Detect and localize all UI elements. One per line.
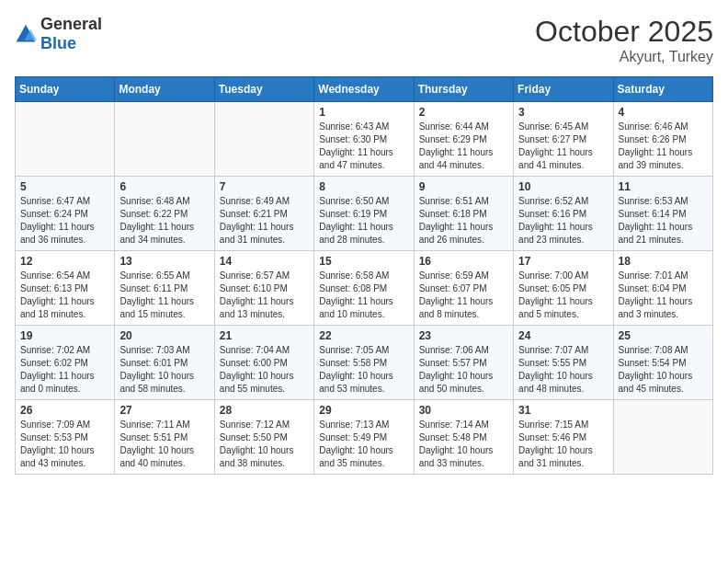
day-info: Sunrise: 6:58 AM Sunset: 6:08 PM Dayligh… [319, 270, 408, 321]
logo-icon [15, 23, 37, 45]
calendar-cell: 2Sunrise: 6:44 AM Sunset: 6:29 PM Daylig… [414, 102, 513, 177]
day-info: Sunrise: 6:57 AM Sunset: 6:10 PM Dayligh… [220, 270, 309, 321]
calendar-cell: 7Sunrise: 6:49 AM Sunset: 6:21 PM Daylig… [214, 177, 313, 251]
day-number: 12 [20, 255, 109, 268]
weekday-header-saturday: Saturday [613, 77, 712, 102]
day-info: Sunrise: 6:46 AM Sunset: 6:26 PM Dayligh… [619, 121, 708, 172]
calendar-week-row: 1Sunrise: 6:43 AM Sunset: 6:30 PM Daylig… [16, 102, 713, 177]
day-info: Sunrise: 6:54 AM Sunset: 6:13 PM Dayligh… [20, 270, 109, 321]
day-info: Sunrise: 7:06 AM Sunset: 5:57 PM Dayligh… [419, 344, 508, 396]
day-info: Sunrise: 7:12 AM Sunset: 5:50 PM Dayligh… [220, 419, 309, 470]
calendar-cell: 18Sunrise: 7:01 AM Sunset: 6:04 PM Dayli… [613, 251, 712, 326]
day-info: Sunrise: 7:09 AM Sunset: 5:53 PM Dayligh… [20, 419, 109, 470]
day-info: Sunrise: 7:07 AM Sunset: 5:55 PM Dayligh… [518, 344, 608, 396]
calendar-cell [115, 102, 214, 177]
day-info: Sunrise: 6:55 AM Sunset: 6:11 PM Dayligh… [119, 270, 209, 321]
weekday-header-monday: Monday [115, 77, 214, 102]
weekday-header-sunday: Sunday [16, 77, 115, 102]
calendar-cell: 17Sunrise: 7:00 AM Sunset: 6:05 PM Dayli… [514, 251, 613, 326]
day-number: 25 [619, 329, 708, 342]
logo-general-text: General [40, 15, 102, 33]
day-number: 8 [319, 180, 408, 193]
calendar-cell: 21Sunrise: 7:04 AM Sunset: 6:00 PM Dayli… [214, 326, 313, 400]
day-info: Sunrise: 6:44 AM Sunset: 6:29 PM Dayligh… [419, 121, 508, 172]
day-info: Sunrise: 7:15 AM Sunset: 5:46 PM Dayligh… [518, 419, 608, 470]
calendar-cell: 4Sunrise: 6:46 AM Sunset: 6:26 PM Daylig… [613, 102, 712, 177]
day-number: 26 [20, 404, 109, 417]
day-number: 22 [319, 329, 408, 342]
page-header: General Blue October 2025 Akyurt, Turkey [15, 15, 713, 65]
logo-blue-text: Blue [40, 34, 76, 52]
calendar-cell: 26Sunrise: 7:09 AM Sunset: 5:53 PM Dayli… [16, 400, 115, 475]
calendar-cell: 8Sunrise: 6:50 AM Sunset: 6:19 PM Daylig… [314, 177, 414, 251]
weekday-header-tuesday: Tuesday [214, 77, 313, 102]
calendar-week-row: 19Sunrise: 7:02 AM Sunset: 6:02 PM Dayli… [16, 326, 713, 400]
calendar-cell: 14Sunrise: 6:57 AM Sunset: 6:10 PM Dayli… [214, 251, 313, 326]
day-info: Sunrise: 6:45 AM Sunset: 6:27 PM Dayligh… [518, 121, 608, 172]
calendar-cell: 27Sunrise: 7:11 AM Sunset: 5:51 PM Dayli… [115, 400, 214, 475]
day-number: 31 [518, 404, 608, 417]
month-title: October 2025 [535, 15, 713, 49]
calendar-week-row: 12Sunrise: 6:54 AM Sunset: 6:13 PM Dayli… [16, 251, 713, 326]
calendar-cell: 11Sunrise: 6:53 AM Sunset: 6:14 PM Dayli… [613, 177, 712, 251]
weekday-header-thursday: Thursday [414, 77, 513, 102]
calendar-week-row: 26Sunrise: 7:09 AM Sunset: 5:53 PM Dayli… [16, 400, 713, 475]
day-number: 3 [518, 106, 608, 119]
calendar-cell: 5Sunrise: 6:47 AM Sunset: 6:24 PM Daylig… [16, 177, 115, 251]
logo: General Blue [15, 15, 102, 53]
calendar-cell: 31Sunrise: 7:15 AM Sunset: 5:46 PM Dayli… [514, 400, 613, 475]
calendar-cell: 19Sunrise: 7:02 AM Sunset: 6:02 PM Dayli… [16, 326, 115, 400]
calendar-cell: 29Sunrise: 7:13 AM Sunset: 5:49 PM Dayli… [314, 400, 414, 475]
day-number: 16 [419, 255, 508, 268]
day-number: 19 [20, 329, 109, 342]
day-info: Sunrise: 7:11 AM Sunset: 5:51 PM Dayligh… [119, 419, 209, 470]
day-info: Sunrise: 7:05 AM Sunset: 5:58 PM Dayligh… [319, 344, 408, 396]
day-info: Sunrise: 6:43 AM Sunset: 6:30 PM Dayligh… [319, 121, 408, 172]
day-info: Sunrise: 6:48 AM Sunset: 6:22 PM Dayligh… [119, 195, 209, 247]
calendar-cell: 30Sunrise: 7:14 AM Sunset: 5:48 PM Dayli… [414, 400, 513, 475]
day-info: Sunrise: 6:47 AM Sunset: 6:24 PM Dayligh… [20, 195, 109, 247]
calendar-cell: 24Sunrise: 7:07 AM Sunset: 5:55 PM Dayli… [514, 326, 613, 400]
location-title: Akyurt, Turkey [535, 49, 713, 65]
day-number: 2 [419, 106, 508, 119]
calendar-cell: 12Sunrise: 6:54 AM Sunset: 6:13 PM Dayli… [16, 251, 115, 326]
day-number: 23 [419, 329, 508, 342]
calendar-cell: 28Sunrise: 7:12 AM Sunset: 5:50 PM Dayli… [214, 400, 313, 475]
day-number: 11 [619, 180, 708, 193]
calendar-cell: 23Sunrise: 7:06 AM Sunset: 5:57 PM Dayli… [414, 326, 513, 400]
day-number: 7 [220, 180, 309, 193]
day-number: 24 [518, 329, 608, 342]
day-number: 15 [319, 255, 408, 268]
day-number: 6 [119, 180, 209, 193]
weekday-header-wednesday: Wednesday [314, 77, 414, 102]
calendar-cell: 13Sunrise: 6:55 AM Sunset: 6:11 PM Dayli… [115, 251, 214, 326]
calendar-cell [613, 400, 712, 475]
day-info: Sunrise: 7:01 AM Sunset: 6:04 PM Dayligh… [619, 270, 708, 321]
day-number: 5 [20, 180, 109, 193]
day-info: Sunrise: 7:03 AM Sunset: 6:01 PM Dayligh… [119, 344, 209, 396]
calendar-cell: 9Sunrise: 6:51 AM Sunset: 6:18 PM Daylig… [414, 177, 513, 251]
day-number: 27 [119, 404, 209, 417]
calendar-cell [214, 102, 313, 177]
day-info: Sunrise: 7:14 AM Sunset: 5:48 PM Dayligh… [419, 419, 508, 470]
calendar-cell [16, 102, 115, 177]
day-info: Sunrise: 7:13 AM Sunset: 5:49 PM Dayligh… [319, 419, 408, 470]
day-number: 30 [419, 404, 508, 417]
day-info: Sunrise: 7:08 AM Sunset: 5:54 PM Dayligh… [619, 344, 708, 396]
calendar-week-row: 5Sunrise: 6:47 AM Sunset: 6:24 PM Daylig… [16, 177, 713, 251]
day-number: 14 [220, 255, 309, 268]
calendar-cell: 16Sunrise: 6:59 AM Sunset: 6:07 PM Dayli… [414, 251, 513, 326]
day-number: 29 [319, 404, 408, 417]
calendar-cell: 25Sunrise: 7:08 AM Sunset: 5:54 PM Dayli… [613, 326, 712, 400]
calendar-cell: 3Sunrise: 6:45 AM Sunset: 6:27 PM Daylig… [514, 102, 613, 177]
day-info: Sunrise: 6:52 AM Sunset: 6:16 PM Dayligh… [518, 195, 608, 247]
calendar-table: SundayMondayTuesdayWednesdayThursdayFrid… [15, 76, 713, 475]
day-number: 18 [619, 255, 708, 268]
day-info: Sunrise: 6:59 AM Sunset: 6:07 PM Dayligh… [419, 270, 508, 321]
day-info: Sunrise: 6:50 AM Sunset: 6:19 PM Dayligh… [319, 195, 408, 247]
day-info: Sunrise: 7:04 AM Sunset: 6:00 PM Dayligh… [220, 344, 309, 396]
title-block: October 2025 Akyurt, Turkey [535, 15, 713, 65]
day-number: 9 [419, 180, 508, 193]
day-number: 13 [119, 255, 209, 268]
calendar-cell: 15Sunrise: 6:58 AM Sunset: 6:08 PM Dayli… [314, 251, 414, 326]
